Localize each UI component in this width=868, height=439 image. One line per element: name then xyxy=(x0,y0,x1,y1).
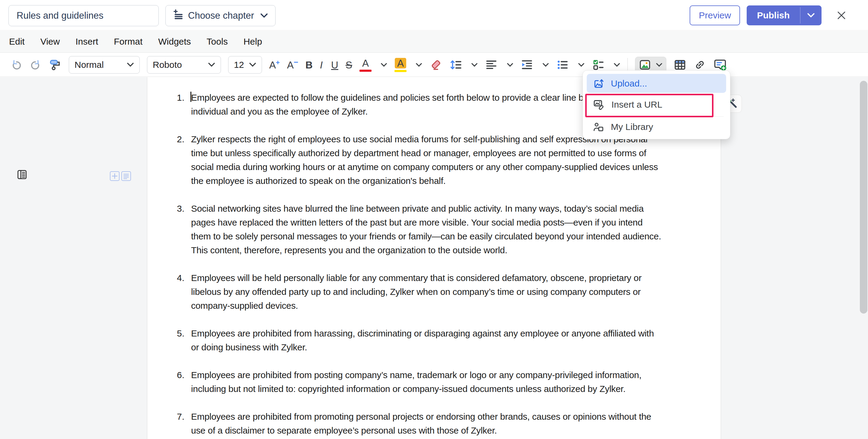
chevron-down-icon xyxy=(127,62,134,67)
upload-image-icon xyxy=(593,78,604,89)
highlight-color-button[interactable]: A xyxy=(395,58,406,72)
bold-button[interactable]: B xyxy=(305,60,313,70)
menu-insert[interactable]: Insert xyxy=(68,36,106,47)
paragraph-style-select[interactable]: Normal xyxy=(69,56,140,74)
my-library-icon xyxy=(593,121,604,133)
chevron-down-icon xyxy=(507,63,514,67)
decrease-font-button[interactable]: A − xyxy=(287,60,298,70)
checklist-icon xyxy=(592,59,604,71)
add-block-button[interactable] xyxy=(110,171,120,181)
bullet-list-button[interactable] xyxy=(556,59,569,71)
chevron-down-icon xyxy=(656,63,662,67)
undo-icon xyxy=(10,59,22,71)
bullet-list-dropdown[interactable] xyxy=(576,63,585,67)
chevron-down-icon xyxy=(578,63,585,67)
list-item-text: Employees are prohibited from promoting … xyxy=(191,410,651,438)
text-color-dropdown[interactable] xyxy=(379,63,387,67)
font-family-select[interactable]: Roboto xyxy=(147,56,221,74)
checklist-button[interactable] xyxy=(592,59,604,71)
indent-dropdown[interactable] xyxy=(540,63,549,67)
minus-icon: − xyxy=(294,58,298,67)
list-item-number: 1. xyxy=(177,91,191,119)
list-item-number: 4. xyxy=(177,271,191,313)
table-of-contents-button[interactable] xyxy=(17,169,28,181)
underline-button[interactable]: U xyxy=(331,60,338,70)
publish-label[interactable]: Publish xyxy=(747,5,800,25)
indent-button[interactable] xyxy=(521,59,533,71)
increase-font-button[interactable]: A + xyxy=(269,60,280,70)
undo-button[interactable] xyxy=(10,59,22,71)
paragraph-style-value: Normal xyxy=(74,60,104,70)
format-painter-button[interactable] xyxy=(49,59,62,71)
italic-button[interactable]: I xyxy=(320,60,324,70)
redo-button[interactable] xyxy=(30,59,42,71)
highlight-color-icon: A xyxy=(395,58,406,68)
indent-icon xyxy=(521,59,533,71)
menu-edit[interactable]: Edit xyxy=(9,36,33,47)
insert-table-button[interactable] xyxy=(674,59,686,71)
chevron-down-icon xyxy=(614,63,620,67)
list-item-number: 5. xyxy=(177,327,191,354)
menu-widgets[interactable]: Widgets xyxy=(150,36,198,47)
list-item[interactable]: 5.Employees are prohibited from harassin… xyxy=(177,327,709,354)
image-url-icon xyxy=(593,99,605,111)
list-item-number: 2. xyxy=(177,132,191,188)
menu-item-insert-url[interactable]: Insert a URL xyxy=(587,93,726,116)
line-spacing-icon xyxy=(450,59,462,71)
list-item-number: 6. xyxy=(177,368,191,396)
list-item[interactable]: 2.Zylker respects the right of employees… xyxy=(177,132,709,188)
insert-link-button[interactable] xyxy=(693,59,706,71)
text-cursor xyxy=(190,92,191,102)
menu-tools[interactable]: Tools xyxy=(199,36,236,47)
redo-icon xyxy=(30,59,42,71)
document-canvas: 1.Employees are expected to follow the g… xyxy=(0,77,868,439)
table-of-contents-icon xyxy=(17,169,28,180)
menu-view[interactable]: View xyxy=(33,36,68,47)
chevron-down-icon xyxy=(471,63,478,67)
align-button[interactable] xyxy=(485,59,498,71)
plus-icon: + xyxy=(276,59,280,67)
line-spacing-dropdown[interactable] xyxy=(469,63,478,67)
list-item[interactable]: 4.Employees will be held personally liab… xyxy=(177,271,709,313)
menu-item-upload[interactable]: Upload... xyxy=(587,74,726,93)
list-item[interactable]: 3.Social networking sites have blurred t… xyxy=(177,202,709,257)
checklist-dropdown[interactable] xyxy=(612,63,620,67)
align-dropdown[interactable] xyxy=(505,63,514,67)
chevron-down-icon xyxy=(249,62,256,67)
list-item-number: 7. xyxy=(177,410,191,438)
list-item[interactable]: 7.Employees are prohibited from promotin… xyxy=(177,410,709,438)
add-comment-button[interactable] xyxy=(713,58,727,71)
chevron-down-icon xyxy=(807,13,815,18)
preview-button[interactable]: Preview xyxy=(690,5,740,25)
vertical-scrollbar-thumb[interactable] xyxy=(860,81,867,313)
publish-dropdown-button[interactable] xyxy=(800,5,822,25)
document-title-input[interactable] xyxy=(8,5,159,26)
line-spacing-button[interactable] xyxy=(450,59,462,71)
font-family-value: Roboto xyxy=(153,60,182,70)
title-bar: Choose chapter Preview Publish xyxy=(0,0,868,30)
menu-format[interactable]: Format xyxy=(106,36,150,47)
menu-bar: Edit View Insert Format Widgets Tools He… xyxy=(0,31,868,53)
menu-help[interactable]: Help xyxy=(236,36,270,47)
menu-item-my-library[interactable]: My Library xyxy=(587,118,726,136)
list-item-text: Employees will be held personally liable… xyxy=(191,271,642,313)
close-button[interactable] xyxy=(835,9,848,22)
highlight-color-dropdown[interactable] xyxy=(414,63,422,67)
strikethrough-button[interactable]: S xyxy=(346,60,352,70)
font-size-value: 12 xyxy=(234,60,244,70)
close-icon xyxy=(836,10,847,21)
block-format-button[interactable] xyxy=(121,171,131,181)
text-lines-icon xyxy=(123,173,129,179)
align-icon xyxy=(485,59,498,71)
chevron-down-icon xyxy=(260,13,268,19)
clear-format-button[interactable] xyxy=(430,59,442,71)
choose-chapter-button[interactable]: Choose chapter xyxy=(165,5,276,26)
publish-button[interactable]: Publish xyxy=(747,5,822,25)
list-item[interactable]: 6.Employees are prohibited from posting … xyxy=(177,368,709,396)
text-color-swatch xyxy=(360,70,372,72)
insert-image-menu: Upload... Insert a URL My Library xyxy=(583,70,731,139)
list-item-text: Employees are prohibited from posting co… xyxy=(191,368,641,396)
menu-item-label: Upload... xyxy=(611,78,647,89)
text-color-button[interactable]: A xyxy=(360,58,372,72)
font-size-select[interactable]: 12 xyxy=(228,56,262,74)
